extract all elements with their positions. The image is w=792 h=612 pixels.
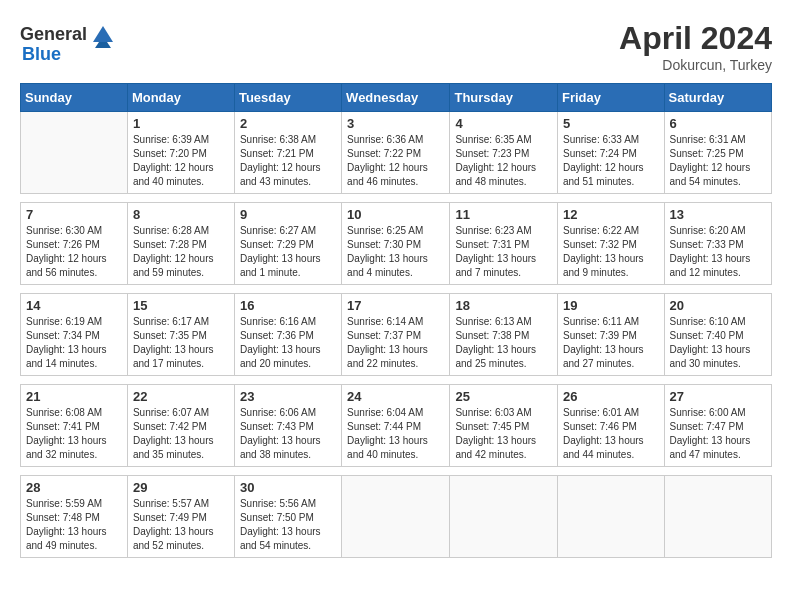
logo-general-text: General xyxy=(20,24,87,45)
day-number: 16 xyxy=(240,298,336,313)
day-number: 3 xyxy=(347,116,444,131)
day-info: Sunrise: 5:57 AMSunset: 7:49 PMDaylight:… xyxy=(133,497,229,553)
day-info: Sunrise: 5:59 AMSunset: 7:48 PMDaylight:… xyxy=(26,497,122,553)
day-number: 13 xyxy=(670,207,766,222)
calendar-cell: 17Sunrise: 6:14 AMSunset: 7:37 PMDayligh… xyxy=(342,294,450,376)
day-info: Sunrise: 6:27 AMSunset: 7:29 PMDaylight:… xyxy=(240,224,336,280)
day-number: 14 xyxy=(26,298,122,313)
day-number: 11 xyxy=(455,207,552,222)
day-info: Sunrise: 6:10 AMSunset: 7:40 PMDaylight:… xyxy=(670,315,766,371)
calendar-cell xyxy=(450,476,558,558)
day-number: 26 xyxy=(563,389,659,404)
calendar-table: SundayMondayTuesdayWednesdayThursdayFrid… xyxy=(20,83,772,558)
calendar-cell: 2Sunrise: 6:38 AMSunset: 7:21 PMDaylight… xyxy=(234,112,341,194)
calendar-cell: 29Sunrise: 5:57 AMSunset: 7:49 PMDayligh… xyxy=(127,476,234,558)
day-info: Sunrise: 5:56 AMSunset: 7:50 PMDaylight:… xyxy=(240,497,336,553)
month-year-title: April 2024 xyxy=(619,20,772,57)
calendar-cell xyxy=(21,112,128,194)
day-info: Sunrise: 6:31 AMSunset: 7:25 PMDaylight:… xyxy=(670,133,766,189)
day-info: Sunrise: 6:06 AMSunset: 7:43 PMDaylight:… xyxy=(240,406,336,462)
calendar-cell: 16Sunrise: 6:16 AMSunset: 7:36 PMDayligh… xyxy=(234,294,341,376)
calendar-cell xyxy=(342,476,450,558)
calendar-cell: 7Sunrise: 6:30 AMSunset: 7:26 PMDaylight… xyxy=(21,203,128,285)
calendar-cell: 13Sunrise: 6:20 AMSunset: 7:33 PMDayligh… xyxy=(664,203,771,285)
day-number: 18 xyxy=(455,298,552,313)
calendar-cell xyxy=(664,476,771,558)
spacer-cell xyxy=(21,285,772,294)
day-info: Sunrise: 6:35 AMSunset: 7:23 PMDaylight:… xyxy=(455,133,552,189)
weekday-header-tuesday: Tuesday xyxy=(234,84,341,112)
calendar-cell: 10Sunrise: 6:25 AMSunset: 7:30 PMDayligh… xyxy=(342,203,450,285)
row-spacer xyxy=(21,285,772,294)
day-number: 1 xyxy=(133,116,229,131)
day-info: Sunrise: 6:20 AMSunset: 7:33 PMDaylight:… xyxy=(670,224,766,280)
day-number: 25 xyxy=(455,389,552,404)
day-info: Sunrise: 6:08 AMSunset: 7:41 PMDaylight:… xyxy=(26,406,122,462)
logo-icon xyxy=(89,20,117,48)
day-number: 27 xyxy=(670,389,766,404)
day-info: Sunrise: 6:17 AMSunset: 7:35 PMDaylight:… xyxy=(133,315,229,371)
calendar-cell: 23Sunrise: 6:06 AMSunset: 7:43 PMDayligh… xyxy=(234,385,341,467)
spacer-cell xyxy=(21,376,772,385)
day-info: Sunrise: 6:13 AMSunset: 7:38 PMDaylight:… xyxy=(455,315,552,371)
weekday-header-row: SundayMondayTuesdayWednesdayThursdayFrid… xyxy=(21,84,772,112)
day-info: Sunrise: 6:04 AMSunset: 7:44 PMDaylight:… xyxy=(347,406,444,462)
calendar-cell: 19Sunrise: 6:11 AMSunset: 7:39 PMDayligh… xyxy=(558,294,665,376)
calendar-cell: 11Sunrise: 6:23 AMSunset: 7:31 PMDayligh… xyxy=(450,203,558,285)
day-number: 21 xyxy=(26,389,122,404)
day-info: Sunrise: 6:30 AMSunset: 7:26 PMDaylight:… xyxy=(26,224,122,280)
calendar-cell: 21Sunrise: 6:08 AMSunset: 7:41 PMDayligh… xyxy=(21,385,128,467)
calendar-cell: 27Sunrise: 6:00 AMSunset: 7:47 PMDayligh… xyxy=(664,385,771,467)
day-info: Sunrise: 6:07 AMSunset: 7:42 PMDaylight:… xyxy=(133,406,229,462)
calendar-cell: 24Sunrise: 6:04 AMSunset: 7:44 PMDayligh… xyxy=(342,385,450,467)
title-section: April 2024 Dokurcun, Turkey xyxy=(619,20,772,73)
day-number: 2 xyxy=(240,116,336,131)
weekday-header-sunday: Sunday xyxy=(21,84,128,112)
day-info: Sunrise: 6:19 AMSunset: 7:34 PMDaylight:… xyxy=(26,315,122,371)
day-info: Sunrise: 6:01 AMSunset: 7:46 PMDaylight:… xyxy=(563,406,659,462)
calendar-cell: 5Sunrise: 6:33 AMSunset: 7:24 PMDaylight… xyxy=(558,112,665,194)
calendar-cell: 30Sunrise: 5:56 AMSunset: 7:50 PMDayligh… xyxy=(234,476,341,558)
day-info: Sunrise: 6:33 AMSunset: 7:24 PMDaylight:… xyxy=(563,133,659,189)
svg-marker-1 xyxy=(95,42,111,48)
day-info: Sunrise: 6:25 AMSunset: 7:30 PMDaylight:… xyxy=(347,224,444,280)
calendar-cell: 26Sunrise: 6:01 AMSunset: 7:46 PMDayligh… xyxy=(558,385,665,467)
day-info: Sunrise: 6:16 AMSunset: 7:36 PMDaylight:… xyxy=(240,315,336,371)
calendar-cell: 22Sunrise: 6:07 AMSunset: 7:42 PMDayligh… xyxy=(127,385,234,467)
day-number: 23 xyxy=(240,389,336,404)
day-number: 10 xyxy=(347,207,444,222)
calendar-cell: 18Sunrise: 6:13 AMSunset: 7:38 PMDayligh… xyxy=(450,294,558,376)
calendar-cell: 15Sunrise: 6:17 AMSunset: 7:35 PMDayligh… xyxy=(127,294,234,376)
day-number: 20 xyxy=(670,298,766,313)
calendar-cell xyxy=(558,476,665,558)
logo: General Blue xyxy=(20,20,117,65)
weekday-header-friday: Friday xyxy=(558,84,665,112)
day-number: 6 xyxy=(670,116,766,131)
location-subtitle: Dokurcun, Turkey xyxy=(619,57,772,73)
day-info: Sunrise: 6:38 AMSunset: 7:21 PMDaylight:… xyxy=(240,133,336,189)
spacer-cell xyxy=(21,467,772,476)
day-number: 19 xyxy=(563,298,659,313)
svg-marker-0 xyxy=(93,26,113,42)
day-number: 28 xyxy=(26,480,122,495)
page-header: General Blue April 2024 Dokurcun, Turkey xyxy=(20,20,772,73)
day-number: 9 xyxy=(240,207,336,222)
calendar-cell: 9Sunrise: 6:27 AMSunset: 7:29 PMDaylight… xyxy=(234,203,341,285)
day-number: 8 xyxy=(133,207,229,222)
day-info: Sunrise: 6:23 AMSunset: 7:31 PMDaylight:… xyxy=(455,224,552,280)
day-number: 29 xyxy=(133,480,229,495)
day-number: 7 xyxy=(26,207,122,222)
calendar-cell: 6Sunrise: 6:31 AMSunset: 7:25 PMDaylight… xyxy=(664,112,771,194)
weekday-header-saturday: Saturday xyxy=(664,84,771,112)
day-number: 24 xyxy=(347,389,444,404)
day-info: Sunrise: 6:14 AMSunset: 7:37 PMDaylight:… xyxy=(347,315,444,371)
day-info: Sunrise: 6:39 AMSunset: 7:20 PMDaylight:… xyxy=(133,133,229,189)
calendar-week-row: 1Sunrise: 6:39 AMSunset: 7:20 PMDaylight… xyxy=(21,112,772,194)
calendar-cell: 3Sunrise: 6:36 AMSunset: 7:22 PMDaylight… xyxy=(342,112,450,194)
logo-blue-text: Blue xyxy=(22,44,61,65)
weekday-header-wednesday: Wednesday xyxy=(342,84,450,112)
day-info: Sunrise: 6:36 AMSunset: 7:22 PMDaylight:… xyxy=(347,133,444,189)
day-number: 5 xyxy=(563,116,659,131)
row-spacer xyxy=(21,376,772,385)
day-number: 17 xyxy=(347,298,444,313)
